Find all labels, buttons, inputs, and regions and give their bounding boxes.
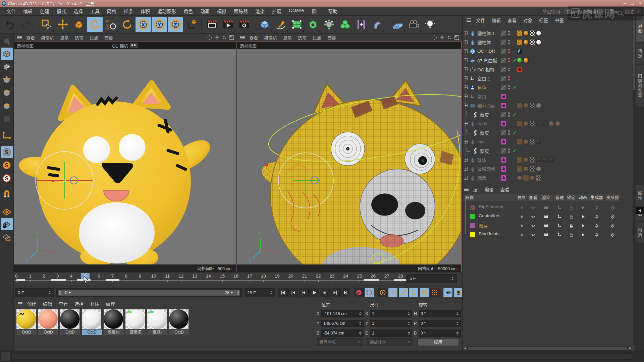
spinner-arrows-icon[interactable] xyxy=(270,291,273,294)
visibility-dots[interactable] xyxy=(508,49,510,53)
eye-icon[interactable] xyxy=(530,204,536,210)
render-settings-button[interactable] xyxy=(236,17,252,32)
scale-button[interactable] xyxy=(71,17,87,32)
material-item[interactable]: OctD xyxy=(169,309,189,335)
workplane-button[interactable] xyxy=(1,205,13,217)
material-item[interactable]: MIX游艇漆 xyxy=(125,309,146,335)
key-pla-button[interactable] xyxy=(430,288,439,297)
object-row[interactable]: OC 相机 xyxy=(463,65,635,74)
menu-扩展[interactable]: 扩展 xyxy=(268,8,285,14)
material-item[interactable]: 表皮材 xyxy=(104,309,124,335)
phong-tag-icon[interactable] xyxy=(523,157,529,163)
lm-menu-查看[interactable]: 查看 xyxy=(497,186,513,193)
autokey-button[interactable] xyxy=(364,288,374,297)
lock-open-icon[interactable] xyxy=(568,214,574,220)
keyframe-bar[interactable] xyxy=(394,279,406,281)
tree-expand-icon[interactable] xyxy=(464,31,468,35)
pan-icon[interactable] xyxy=(432,35,437,40)
tex-tag-icon[interactable] xyxy=(517,121,522,126)
mat-white-tag-icon[interactable] xyxy=(536,31,541,36)
object-row[interactable]: 空白 xyxy=(463,92,635,101)
visibility-dots[interactable] xyxy=(508,31,510,35)
range-grip-right[interactable] xyxy=(237,291,239,295)
panel-tab-构造[interactable]: 构造 xyxy=(636,222,644,243)
spinner-arrows-icon[interactable] xyxy=(359,331,362,335)
tree-expand-icon[interactable] xyxy=(464,40,468,44)
subdivision-surface-button[interactable] xyxy=(289,17,305,32)
material-item[interactable]: OctD xyxy=(60,309,80,335)
fields-button[interactable] xyxy=(354,17,369,32)
object-row[interactable]: 蒙皮 xyxy=(463,146,635,155)
enable-toggle[interactable] xyxy=(501,130,506,135)
material-thumbnail[interactable] xyxy=(60,309,79,329)
extrude-object-button[interactable] xyxy=(305,17,321,32)
phong-tag-icon[interactable] xyxy=(523,31,529,36)
dolly-icon[interactable] xyxy=(214,35,220,40)
object-row[interactable]: 蒙皮 xyxy=(463,110,635,119)
mat-menu-编辑[interactable]: 编辑 xyxy=(40,300,55,307)
frame-number[interactable]: 16 xyxy=(233,274,238,279)
manage-icon[interactable] xyxy=(556,214,562,220)
oct-cam-tag-icon[interactable] xyxy=(517,67,522,72)
object-row[interactable]: 圆盘 xyxy=(463,173,635,182)
visibility-dots[interactable] xyxy=(508,40,510,44)
vp-menu-摄像机[interactable]: 摄像机 xyxy=(38,35,57,41)
object-row[interactable]: 空白.1 xyxy=(463,74,635,83)
generators-icon[interactable] xyxy=(594,214,600,220)
render-view-button[interactable] xyxy=(204,17,220,32)
model-mode-button[interactable] xyxy=(1,48,13,60)
menu-体积[interactable]: 体积 xyxy=(137,8,154,14)
spinner-arrows-icon[interactable] xyxy=(359,322,362,325)
viewport-1-camera[interactable]: OC 相机 xyxy=(112,43,138,49)
enable-toggle[interactable] xyxy=(501,67,506,72)
frame-number[interactable]: 2 xyxy=(43,274,45,279)
frame-number[interactable]: 20 xyxy=(288,274,293,279)
coord-field[interactable]: -101.148 cm xyxy=(321,310,364,317)
phong-tag-icon[interactable] xyxy=(523,40,529,45)
pan-icon[interactable] xyxy=(207,35,212,40)
spinner-arrows-icon[interactable] xyxy=(408,312,410,315)
layer-color-swatch[interactable] xyxy=(470,205,475,210)
layer-color-swatch[interactable] xyxy=(470,232,475,237)
lock-open-icon[interactable] xyxy=(568,204,574,210)
layer-row[interactable]: Controllers xyxy=(463,212,633,221)
manage-icon[interactable] xyxy=(556,204,562,210)
spinner-arrows-icon[interactable] xyxy=(456,331,459,335)
menu-帮助[interactable]: 帮助 xyxy=(324,8,341,14)
material-thumbnail[interactable]: MIX xyxy=(125,309,145,329)
frame-number[interactable]: 12 xyxy=(178,274,183,279)
frame-number[interactable]: 4 xyxy=(70,274,73,279)
coord-field[interactable]: -54.074 cm xyxy=(321,329,364,337)
mat-menu-查看[interactable]: 查看 xyxy=(55,300,71,307)
phong-tag-icon[interactable] xyxy=(523,121,529,126)
key-parameter-button[interactable]: P xyxy=(419,288,429,297)
coord-field[interactable]: 1 xyxy=(370,310,412,317)
tex-tag-icon[interactable] xyxy=(523,175,529,181)
uvw-tag-icon[interactable] xyxy=(530,121,535,126)
visibility-dots[interactable] xyxy=(508,148,510,153)
mat-menu-纹理[interactable]: 纹理 xyxy=(103,300,118,307)
axis-z-button[interactable]: Z xyxy=(168,17,183,32)
vp-menu-查看[interactable]: 查看 xyxy=(23,35,38,41)
mat-tan-tag-icon[interactable] xyxy=(549,121,554,126)
frame-number[interactable]: 24 xyxy=(343,274,348,279)
maximize-button[interactable]: ❐ xyxy=(631,1,634,6)
menu-模拟[interactable]: 模拟 xyxy=(213,8,230,14)
key-scale-button[interactable] xyxy=(398,288,408,297)
toggle-view-icon[interactable] xyxy=(454,35,460,40)
tex-tag-icon[interactable] xyxy=(517,139,522,144)
phong-tag-icon[interactable] xyxy=(523,58,529,63)
play-sound-button[interactable] xyxy=(443,288,453,297)
lm-menu-编辑[interactable]: 编辑 xyxy=(481,186,497,193)
uvw-tag-icon[interactable] xyxy=(530,31,535,36)
viewport-1[interactable]: 透视视图 OC 相机 xyxy=(14,42,236,272)
magnet-button[interactable] xyxy=(1,188,13,201)
panel-tab-场次[interactable]: 场次 xyxy=(636,43,644,64)
solo-icon[interactable] xyxy=(519,223,525,229)
material-item[interactable]: OctD xyxy=(16,309,37,335)
next-key-button[interactable] xyxy=(330,288,340,297)
panel-tab-内容浏览器[interactable]: 内容浏览器 xyxy=(636,65,644,107)
tree-expand-icon[interactable] xyxy=(464,76,468,80)
keyframe-bar[interactable] xyxy=(106,279,119,281)
edge-mode-button[interactable] xyxy=(1,87,13,99)
